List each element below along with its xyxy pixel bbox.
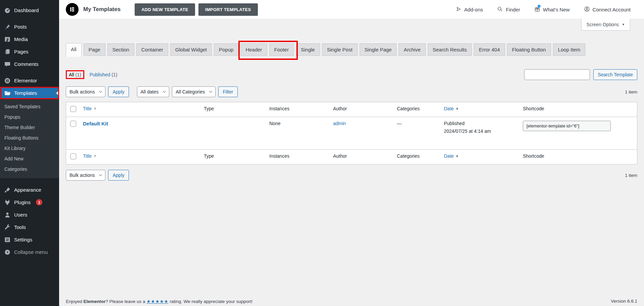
author-link[interactable]: admin [333,121,346,126]
table-footer-row: Title ▲▼ Type Instances Author Categorie… [66,150,637,164]
chevron-down-icon [209,89,213,92]
tab-single[interactable]: Single [296,43,320,56]
tab-error-404[interactable]: Error 404 [474,43,505,56]
column-categories: Categories [397,106,420,111]
sidebar-item-appearance[interactable]: Appearance [0,184,59,196]
admin-footer: Enjoyed Elementor? Please leave us a ★★★… [59,299,644,304]
notification-dot [538,5,541,8]
sidebar-item-posts[interactable]: Posts [0,21,59,33]
sidebar-item-label: Comments [14,61,39,67]
annotation-box-header-footer: Header Footer [240,43,296,56]
sort-by-title[interactable]: Title ▲▼ [83,106,96,111]
cell-instances: None [269,121,280,126]
apply-button[interactable]: Apply [108,170,129,181]
sidebar-item-label: Elementor [14,78,37,83]
submenu-label: Add New [4,156,24,161]
sidebar-item-tools[interactable]: Tools [0,221,59,233]
add-new-template-button[interactable]: ADD NEW TEMPLATE [135,3,195,16]
user-icon [4,211,11,219]
all-dates-select[interactable]: All dates [137,86,170,97]
column-instances: Instances [269,106,289,111]
finder-link[interactable]: Finder [497,6,520,13]
templates-submenu: Saved Templates Popups Theme Builder Flo… [0,99,59,178]
whats-new-link[interactable]: What's New [534,6,570,13]
tab-popup[interactable]: Popup [214,43,238,56]
submenu-label: Kit Library [4,146,26,151]
sidebar-item-users[interactable]: Users [0,208,59,221]
template-title-link[interactable]: Default Kit [83,121,108,126]
sidebar-item-label: Appearance [14,187,41,193]
sidebar-item-elementor[interactable]: Elementor [0,74,59,87]
sidebar-item-pages[interactable]: Pages [0,45,59,58]
footer-brand: Elementor [84,299,106,304]
submenu-item-floating-buttons[interactable]: Floating Buttons [0,132,59,143]
page-title: My Templates [83,6,121,13]
submenu-item-theme-builder[interactable]: Theme Builder [0,122,59,132]
column-type: Type [204,106,214,111]
shortcode-input[interactable] [523,121,611,131]
bulk-actions-value: Bulk actions [70,89,95,94]
view-all-annotated[interactable]: All (1) [66,70,84,79]
search-template-button[interactable]: Search Template [593,69,637,80]
tab-all[interactable]: All [66,43,82,57]
tab-section[interactable]: Section [107,43,134,56]
menu-separator [0,178,59,184]
chevron-down-icon [99,89,102,92]
tab-global-widget[interactable]: Global Widget [170,43,212,56]
tab-header[interactable]: Header [240,43,267,56]
comment-icon [4,61,11,68]
submenu-item-saved-templates[interactable]: Saved Templates [0,101,59,112]
filter-button[interactable]: Filter [218,86,237,97]
menu-separator [0,70,59,74]
collapse-menu-button[interactable]: Collapse menu [0,246,59,258]
connect-account-link[interactable]: Connect Account [584,6,631,13]
five-stars-link[interactable]: ★★★★★ [146,299,169,304]
chevron-down-icon [163,89,166,92]
sidebar-item-label: Users [14,212,27,218]
views-row: All (1) Published (1) Search Template [59,69,644,80]
all-categories-select[interactable]: All Categories [172,86,216,97]
select-all-checkbox[interactable] [70,106,76,112]
column-instances: Instances [269,153,289,159]
tab-floating-button[interactable]: Floating Button [507,43,551,56]
tab-loop-item[interactable]: Loop Item [553,43,586,56]
tab-single-page[interactable]: Single Page [360,43,397,56]
sort-by-date[interactable]: Date ▲▼ [444,153,459,159]
pages-icon [4,48,11,55]
sidebar-item-media[interactable]: Media [0,33,59,45]
sidebar-item-label: Collapse menu [14,249,48,255]
sort-by-title[interactable]: Title ▲▼ [83,153,96,159]
apply-button[interactable]: Apply [108,86,129,97]
tab-page[interactable]: Page [84,43,105,56]
status-views: All (1) Published (1) [66,70,117,79]
tab-footer[interactable]: Footer [269,43,294,56]
sidebar-item-templates[interactable]: Templates [0,87,59,99]
column-title: Title [83,106,92,111]
submenu-item-kit-library[interactable]: Kit Library [0,143,59,153]
import-templates-button[interactable]: IMPORT TEMPLATES [198,3,258,16]
column-shortcode: Shortcode [523,153,544,159]
search-input[interactable] [524,69,590,80]
submenu-item-popups[interactable]: Popups [0,112,59,122]
bulk-actions-select[interactable]: Bulk actions [66,86,105,97]
addons-link[interactable]: Add-ons [456,6,483,13]
sort-by-date[interactable]: Date ▲▼ [444,106,459,111]
bulk-actions-select[interactable]: Bulk actions [66,170,105,181]
tab-archive[interactable]: Archive [399,43,425,56]
sort-arrows-icon: ▲▼ [456,107,459,110]
submenu-item-categories[interactable]: Categories [0,164,59,174]
screen-options-button[interactable]: Screen Options ▼ [581,19,630,31]
sidebar-item-settings[interactable]: Settings [0,233,59,246]
chevron-down-icon [99,173,102,176]
submenu-item-add-new[interactable]: Add New [0,153,59,164]
select-all-checkbox[interactable] [70,153,76,159]
row-checkbox[interactable] [70,121,76,127]
settings-icon [4,236,11,243]
sidebar-item-dashboard[interactable]: Dashboard [0,4,59,16]
sidebar-item-plugins[interactable]: Plugins 1 [0,196,59,208]
tab-search-results[interactable]: Search Results [428,43,472,56]
view-published-link[interactable]: Published (1) [90,72,118,77]
sidebar-item-comments[interactable]: Comments [0,58,59,70]
tab-container[interactable]: Container [136,43,168,56]
tab-single-post[interactable]: Single Post [322,43,358,56]
